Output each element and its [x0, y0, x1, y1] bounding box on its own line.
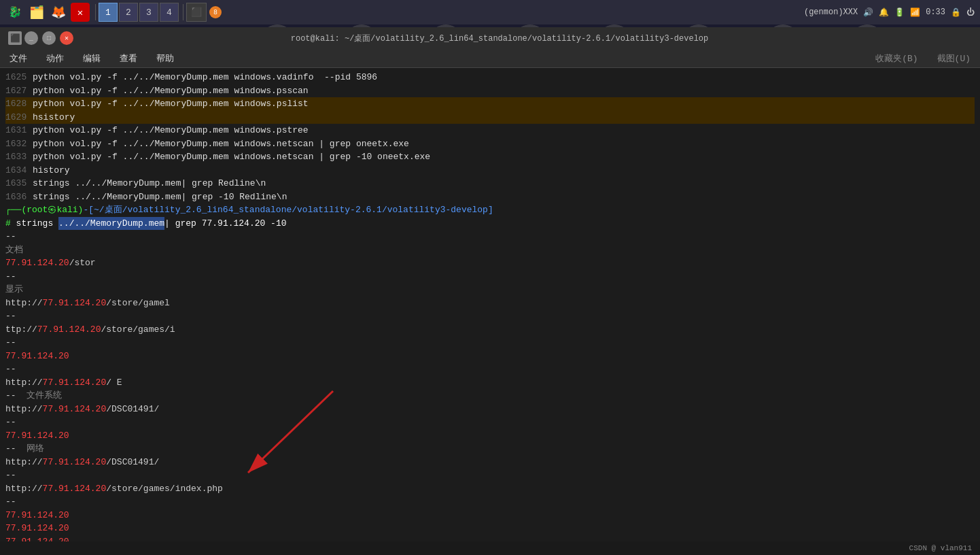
menu-screenshot[interactable]: 截图(U): [933, 51, 975, 66]
output-dash-8: --: [5, 495, 975, 509]
window-controls: _ □ ✕: [24, 31, 73, 45]
prompt-line-1: ┌──(root㉿kali)-[~/桌面/volatility_2.6_lin6…: [5, 203, 975, 217]
terminal-taskbtn[interactable]: ⬛: [186, 3, 207, 22]
divider-2: [183, 4, 183, 20]
taskbar-right: (genmon)XXX 🔊 🔔 🔋 📶 0:33 🔒 ⏻: [804, 7, 975, 18]
output-ip-5: 77.91.124.20: [5, 522, 975, 535]
terminal-titlebar: ⬛ _ □ ✕ root@kali: ~/桌面/volatility_2.6_l…: [0, 27, 980, 49]
network-icon[interactable]: 📶: [910, 7, 920, 18]
output-label-1: 文档: [5, 243, 975, 257]
output-ip-4: 77.91.124.20: [5, 509, 975, 522]
history-line-1625: 1625 python vol.py -f ../../MemoryDump.m…: [5, 71, 975, 84]
history-line-1634: 1634 history: [5, 164, 975, 178]
history-line-1628: 1628 python vol.py -f ../../MemoryDump.m…: [5, 97, 975, 111]
output-label-4: -- 网络: [5, 442, 975, 456]
clock: 0:33: [926, 7, 945, 17]
power-icon[interactable]: ⏻: [966, 7, 975, 18]
terminal-window: ⬛ _ □ ✕ root@kali: ~/桌面/volatility_2.6_l…: [0, 27, 980, 555]
history-line-1627: 1627 python vol.py -f ../../MemoryDump.m…: [5, 84, 975, 98]
genmon-label: (genmon)XXX: [804, 7, 858, 17]
menu-file[interactable]: 文件: [5, 51, 31, 66]
lock-icon[interactable]: 🔒: [951, 7, 961, 18]
output-url-1: http://77.91.124.20/store/gamel: [5, 297, 975, 310]
workspace-2[interactable]: 2: [119, 3, 138, 22]
menubar: 文件 动作 编辑 查看 帮助 收藏夹(B) 截图(U): [0, 49, 980, 68]
output-label-3: -- 文件系统: [5, 389, 975, 403]
workspace-4[interactable]: 4: [160, 3, 179, 22]
history-line-1631: 1631 python vol.py -f ../../MemoryDump.m…: [5, 124, 975, 137]
badge: 8: [209, 6, 222, 18]
output-dash-1: --: [5, 230, 975, 243]
workspace-1[interactable]: 1: [99, 3, 118, 22]
battery-icon[interactable]: 🔋: [894, 7, 905, 18]
output-ip-1: 77.91.124.20/stor: [5, 256, 975, 270]
output-dash-7: --: [5, 469, 975, 482]
menu-action[interactable]: 动作: [42, 51, 68, 66]
menu-favorites[interactable]: 收藏夹(B): [871, 51, 922, 66]
volume-icon[interactable]: 🔊: [863, 7, 873, 18]
close-button[interactable]: ✕: [60, 31, 73, 45]
notification-icon[interactable]: 🔔: [879, 7, 889, 18]
attribution: CSDN @ vlan911: [909, 544, 972, 552]
output-dash-6: --: [5, 416, 975, 429]
shield-icon[interactable]: ✕: [71, 3, 90, 22]
menu-edit[interactable]: 编辑: [79, 51, 105, 66]
taskbar: 🐉 🗂️ 🦊 ✕ 1 2 3 4 ⬛ 8 (genmon)XXX 🔊 🔔 🔋 📶…: [0, 0, 980, 24]
maximize-button[interactable]: □: [42, 31, 56, 45]
output-dash-5: --: [5, 363, 975, 376]
output-url-5: http://77.91.124.20/DSC01491/: [5, 456, 975, 469]
menu-help[interactable]: 帮助: [152, 51, 178, 66]
output-dash-3: --: [5, 309, 975, 323]
output-dash-4: --: [5, 336, 975, 350]
output-url-2: ttp://77.91.124.20/store/games/i: [5, 323, 975, 337]
history-line-1629: 1629 hsistory: [5, 111, 975, 124]
output-url-6: http://77.91.124.20/store/games/index.ph…: [5, 482, 975, 496]
browser-icon[interactable]: 🦊: [49, 3, 68, 22]
output-dash-2: --: [5, 270, 975, 284]
history-line-1636: 1636 strings ../../MemoryDump.mem| grep …: [5, 190, 975, 204]
menu-view[interactable]: 查看: [116, 51, 141, 66]
terminal-title: root@kali: ~/桌面/volatility_2.6_lin64_sta…: [27, 33, 972, 44]
command-line-1: # strings ../../MemoryDump.mem| grep 77.…: [5, 217, 975, 231]
output-ip-3: 77.91.124.20: [5, 429, 975, 443]
history-line-1632: 1632 python vol.py -f ../../MemoryDump.m…: [5, 137, 975, 151]
terminal-icon: ⬛: [8, 31, 22, 45]
minimize-button[interactable]: _: [24, 31, 38, 45]
app-icon[interactable]: 🐉: [5, 3, 24, 22]
output-ip-2: 77.91.124.20: [5, 350, 975, 363]
bottom-bar: CSDN @ vlan911: [0, 541, 980, 555]
divider-1: [95, 4, 96, 20]
terminal-body[interactable]: 1625 python vol.py -f ../../MemoryDump.m…: [0, 68, 980, 555]
output-url-3: http://77.91.124.20/ E: [5, 376, 975, 390]
files-icon[interactable]: 🗂️: [27, 3, 46, 22]
history-line-1635: 1635 strings ../../MemoryDump.mem| grep …: [5, 177, 975, 190]
output-label-2: 显示: [5, 283, 975, 297]
output-url-4: http://77.91.124.20/DSC01491/: [5, 403, 975, 416]
history-line-1633: 1633 python vol.py -f ../../MemoryDump.m…: [5, 150, 975, 164]
workspace-3[interactable]: 3: [139, 3, 158, 22]
